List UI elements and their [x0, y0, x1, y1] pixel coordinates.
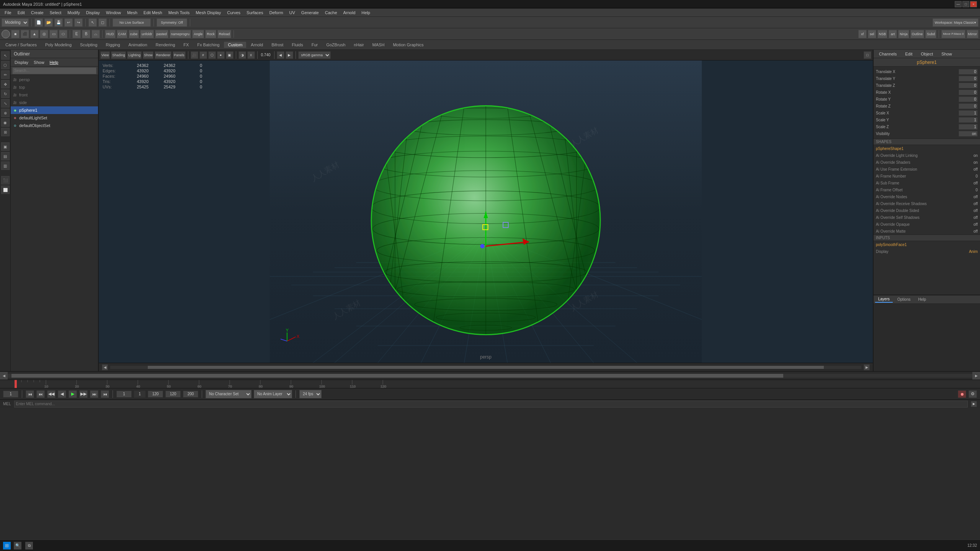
mod-tab-rig[interactable]: Rigging [102, 42, 124, 48]
outliner-item-top[interactable]: 🎥 top [11, 83, 98, 91]
menu-edit[interactable]: Edit [15, 10, 28, 16]
menu-create[interactable]: Create [28, 10, 47, 16]
menu-help[interactable]: Help [358, 10, 373, 16]
render-region[interactable]: ▣ [1, 142, 10, 151]
move-tool[interactable]: ✥ [1, 80, 10, 88]
vp-scroll-left[interactable]: ◀ [102, 364, 108, 370]
unfolded-btn[interactable]: unfoldr [140, 30, 154, 38]
auto-key-btn[interactable]: ⏺ [958, 390, 966, 398]
grid-btn[interactable]: # [199, 51, 207, 59]
rb-tab-layers[interactable]: Layers [875, 296, 893, 303]
ch-menu-show[interactable]: Show [939, 51, 954, 57]
pasted-btn[interactable]: pasted [155, 30, 168, 38]
maximize-button[interactable]: □ [962, 1, 969, 7]
mod-tab-goz[interactable]: GoZBrush [322, 42, 349, 48]
character-set-dropdown[interactable]: No Character Set [206, 390, 252, 398]
universal-manip[interactable]: ⊕ [1, 109, 10, 117]
soft-mod[interactable]: ◉ [1, 118, 10, 127]
menu-display[interactable]: Display [83, 10, 103, 16]
workspace-btn[interactable]: Workspace: Maya Classic▾ [933, 18, 978, 27]
select-btn[interactable]: ↖ [88, 18, 97, 27]
mod-tab-bifrost[interactable]: Bifrost [268, 42, 287, 48]
mirror-btn[interactable]: Mirror [967, 30, 979, 38]
taskbar-taskview[interactable]: ⧉ [25, 542, 33, 549]
fps-dropdown[interactable]: 24 fps [299, 390, 322, 398]
lasso-tool[interactable]: ⬡ [1, 61, 10, 69]
mel-input[interactable] [14, 401, 968, 408]
poly-cube-icon[interactable]: ■ [11, 30, 20, 38]
vp-maximize-btn[interactable]: □ [864, 51, 871, 59]
outliner-item-persp[interactable]: 🎥 persp [11, 76, 98, 83]
menu-generate[interactable]: Generate [298, 10, 322, 16]
undo-btn[interactable]: ↩ [64, 18, 73, 27]
pb-step-back[interactable]: ◀◀ [47, 390, 56, 398]
vp-menu-panels[interactable]: Panels [173, 51, 186, 59]
poly-cyl-icon[interactable]: ⬛ [21, 30, 29, 38]
menu-cache[interactable]: Cache [322, 10, 340, 16]
save-btn[interactable]: 💾 [54, 18, 63, 27]
rock-btn[interactable]: Rock [205, 30, 216, 38]
vp-scroll-right[interactable]: ▶ [864, 364, 870, 370]
sel-btn[interactable]: sel [868, 30, 876, 38]
pb-next-frame[interactable]: ▶▶ [79, 390, 88, 398]
subd-btn[interactable]: Subd [925, 30, 936, 38]
solid-btn[interactable]: ● [217, 51, 225, 59]
mod-tab-nhair[interactable]: nHair [350, 42, 368, 48]
start-button[interactable]: ⊞ [3, 542, 11, 549]
menu-arnold[interactable]: Arnold [340, 10, 359, 16]
menu-file[interactable]: File [2, 10, 15, 16]
tl-scroll-right[interactable]: ▶ [972, 372, 980, 380]
mod-tab-arnold[interactable]: Arnold [247, 42, 267, 48]
pb-settings-btn[interactable]: ⚙ [969, 390, 977, 398]
current-frame-input[interactable] [3, 391, 18, 398]
mod-tab-mash[interactable]: MASH [369, 42, 389, 48]
mod-tab-motion[interactable]: Motion Graphics [389, 42, 427, 48]
poly-plane-icon[interactable]: ▭ [49, 30, 58, 38]
tl-scroll-left[interactable]: ◀ [0, 372, 8, 380]
gamma-dropdown[interactable]: sRGB gamma [298, 51, 331, 59]
outliner-item-front[interactable]: 🎥 front [11, 91, 98, 99]
ninja-btn[interactable]: Ninja [898, 30, 909, 38]
extrude-btn[interactable]: E [72, 30, 81, 38]
timeline-ruler[interactable]: 1 10 20 30 40 50 60 70 80 90 100 110 120 [0, 380, 980, 388]
pb-prev-frame[interactable]: ◀ [58, 390, 66, 398]
mod-tab-custom[interactable]: Custom [224, 42, 246, 48]
isolate-btn[interactable]: ◑ [238, 51, 246, 59]
redo-btn[interactable]: ↪ [74, 18, 83, 27]
menu-window[interactable]: Window [103, 10, 124, 16]
art-btn[interactable]: art [889, 30, 897, 38]
poly-sphere-icon[interactable] [2, 30, 10, 38]
lasso-btn[interactable]: ◻ [98, 18, 107, 27]
outliner-item-side[interactable]: 🎥 side [11, 99, 98, 106]
mod-tab-render[interactable]: Rendering [152, 42, 179, 48]
outliner-display-menu[interactable]: Display [12, 59, 31, 65]
angle-btn[interactable]: Angle [192, 30, 204, 38]
mod-tab-fxbatch[interactable]: Fx Batching [193, 42, 223, 48]
taskbar-search[interactable]: 🔍 [14, 542, 21, 549]
mod-tab-anim[interactable]: Animation [125, 42, 151, 48]
menu-uv[interactable]: UV [286, 10, 298, 16]
mod-tab-carve[interactable]: Carve / Surfaces [2, 42, 41, 48]
reload-btn[interactable]: Reload [217, 30, 232, 38]
ch-menu-edit[interactable]: Edit [903, 51, 915, 57]
pb-go-start[interactable]: ⏮ [26, 390, 34, 398]
bridge-btn[interactable]: B [82, 30, 90, 38]
vp-menu-shading[interactable]: Shading [111, 51, 126, 59]
bevel-btn[interactable]: ⌓ [91, 30, 100, 38]
range-end-input[interactable] [148, 391, 163, 398]
tool2[interactable]: ⬜ [1, 186, 10, 194]
xray-btn[interactable]: xf [858, 30, 867, 38]
cube-v-btn[interactable]: cube [129, 30, 139, 38]
minimize-button[interactable]: — [955, 1, 962, 7]
mod-tab-fur[interactable]: Fur [308, 42, 322, 48]
menu-mesh[interactable]: Mesh [124, 10, 140, 16]
menu-mesh-tools[interactable]: Mesh Tools [165, 10, 193, 16]
select-tool[interactable]: ↖ [1, 51, 10, 60]
close-button[interactable]: × [970, 1, 977, 7]
menu-mesh-display[interactable]: Mesh Display [193, 10, 224, 16]
symmetry-btn[interactable]: Symmetry: Off [157, 18, 187, 27]
vp-menu-lighting[interactable]: Lighting [127, 51, 142, 59]
mode-dropdown[interactable]: Modeling [2, 18, 29, 27]
outliner-item-objectset[interactable]: ⊙ defaultObjectSet [11, 122, 98, 129]
poly-torus-icon[interactable]: ◎ [40, 30, 48, 38]
